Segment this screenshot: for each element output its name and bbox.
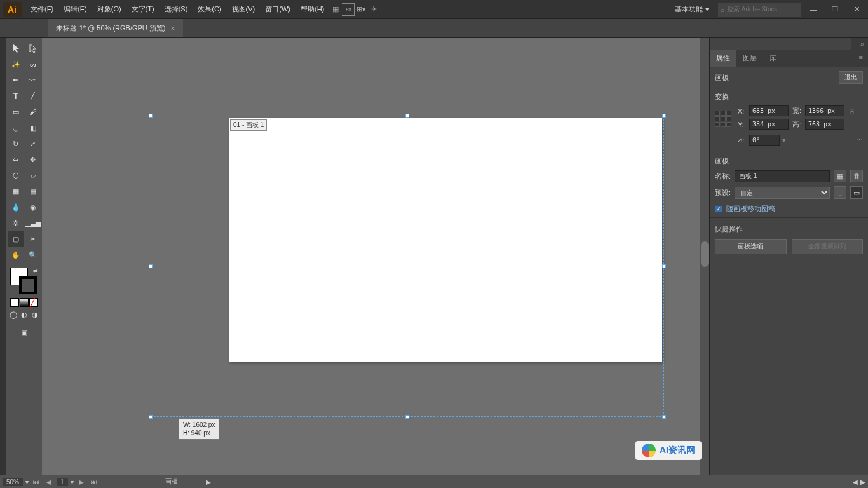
slice-tool[interactable]: ✂	[25, 231, 41, 247]
artboard-page-dropdown-icon[interactable]: ▾	[71, 478, 74, 485]
canvas[interactable]: 01 - 画板 1 W: 1602 px H: 940 px AI资讯网	[42, 38, 709, 475]
rectangle-tool[interactable]: ▭	[8, 104, 24, 119]
status-scroll-right[interactable]: ▶	[860, 478, 865, 485]
rearrange-all-button[interactable]: 全部重新排列	[792, 239, 864, 254]
menu-select[interactable]: 选择(S)	[159, 2, 193, 17]
free-transform-tool[interactable]: ✥	[25, 152, 41, 167]
hand-tool[interactable]: ✋	[8, 247, 24, 262]
draw-inside[interactable]: ◑	[30, 309, 40, 320]
rotate-tool[interactable]: ↻	[8, 136, 24, 151]
transform-more-icon[interactable]: ⋯	[856, 136, 863, 144]
arrange-docs-icon[interactable]: ⊞▾	[355, 3, 367, 16]
perspective-tool[interactable]: ▱	[25, 168, 41, 183]
zoom-tool[interactable]: 🔍	[25, 247, 41, 262]
tab-properties[interactable]: 属性	[710, 50, 736, 67]
handle-br[interactable]	[662, 415, 666, 419]
left-dock-strip[interactable]	[0, 38, 6, 475]
angle-input[interactable]	[749, 135, 780, 146]
stock-search[interactable]: ⌕	[718, 3, 801, 17]
paintbrush-tool[interactable]: 🖌	[25, 104, 41, 119]
handle-bm[interactable]	[405, 415, 409, 419]
eyedropper-tool[interactable]: 💧	[8, 200, 24, 215]
nav-prev[interactable]: ◀	[44, 477, 54, 486]
stroke-swatch[interactable]	[19, 276, 37, 294]
y-input[interactable]	[749, 119, 789, 130]
tab-layers[interactable]: 图层	[736, 50, 763, 67]
line-tool[interactable]: ╱	[25, 88, 41, 104]
artboard-page-field[interactable]: 1	[57, 478, 68, 486]
artboard-tool[interactable]: ▢	[8, 231, 24, 247]
panel-menu-icon[interactable]: ≡	[854, 50, 868, 67]
scale-tool[interactable]: ⤢	[25, 136, 41, 151]
gpu-icon[interactable]: ✈	[367, 3, 380, 16]
exit-artboard-button[interactable]: 退出	[839, 71, 863, 84]
artboard-name-input[interactable]	[735, 170, 830, 182]
zoom-field[interactable]: 50%	[3, 478, 23, 486]
gradient-tool[interactable]: ▤	[25, 184, 41, 199]
document-tab[interactable]: 未标题-1* @ 50% (RGB/GPU 预览) ×	[48, 19, 183, 37]
handle-tr[interactable]	[662, 114, 666, 118]
window-close[interactable]: ✕	[848, 3, 865, 17]
draw-normal[interactable]: ◯	[8, 309, 18, 320]
color-mode-none[interactable]: ╱	[29, 298, 38, 307]
curvature-tool[interactable]: 〰	[25, 72, 41, 88]
orientation-landscape[interactable]: ▭	[850, 186, 863, 199]
handle-ml[interactable]	[149, 264, 153, 268]
artboard-delete-icon[interactable]: 🗑	[850, 170, 863, 182]
symbol-sprayer-tool[interactable]: ✲	[8, 215, 24, 231]
reference-point-grid[interactable]	[715, 111, 731, 127]
height-input[interactable]	[805, 119, 844, 130]
menu-file[interactable]: 文件(F)	[25, 2, 58, 17]
window-minimize[interactable]: —	[804, 3, 822, 17]
direct-selection-tool[interactable]	[25, 41, 41, 56]
panel-collapse-icon[interactable]: »	[851, 38, 868, 50]
angle-dropdown-icon[interactable]: ▾	[782, 136, 786, 144]
handle-mr[interactable]	[662, 264, 666, 268]
nav-next[interactable]: ▶	[76, 477, 86, 486]
draw-behind[interactable]: ◐	[19, 309, 29, 320]
pen-tool[interactable]: ✒	[8, 72, 24, 88]
handle-bl[interactable]	[149, 415, 153, 419]
menu-help[interactable]: 帮助(H)	[295, 2, 329, 17]
artboard-options-button[interactable]: 画板选项	[715, 239, 787, 254]
screen-mode-tool[interactable]: ▣	[16, 325, 32, 340]
tab-close-icon[interactable]: ×	[171, 24, 175, 33]
shape-builder-tool[interactable]: ⬡	[8, 168, 24, 183]
canvas-vertical-scrollbar[interactable]	[700, 38, 709, 475]
zoom-dropdown-icon[interactable]: ▾	[25, 478, 29, 485]
magic-wand-tool[interactable]: ✨	[8, 57, 24, 72]
status-play-icon[interactable]: ▶	[206, 478, 211, 485]
handle-tl[interactable]	[149, 114, 153, 118]
menu-type[interactable]: 文字(T)	[126, 2, 159, 17]
blend-tool[interactable]: ◉	[25, 200, 41, 215]
type-tool[interactable]: T	[8, 88, 24, 104]
menu-effect[interactable]: 效果(C)	[193, 2, 226, 17]
selection-tool[interactable]	[8, 41, 24, 56]
menu-object[interactable]: 对象(O)	[92, 2, 126, 17]
stock-icon[interactable]: St	[342, 3, 355, 16]
menu-edit[interactable]: 编辑(E)	[58, 2, 92, 17]
orientation-portrait[interactable]: ▯	[834, 186, 846, 199]
link-wh-icon[interactable]: ⎘	[850, 107, 854, 115]
mesh-tool[interactable]: ▦	[8, 184, 24, 199]
nav-first[interactable]: ⏮	[31, 477, 41, 486]
width-tool[interactable]: ⇔	[8, 152, 24, 167]
menu-window[interactable]: 窗口(W)	[260, 2, 295, 17]
shaper-tool[interactable]: ◡	[8, 120, 24, 135]
lasso-tool[interactable]: ᔕ	[25, 57, 41, 72]
tab-libraries[interactable]: 库	[763, 50, 783, 67]
artboard-label[interactable]: 01 - 画板 1	[230, 119, 267, 131]
stock-search-input[interactable]	[727, 6, 798, 13]
bridge-icon[interactable]: ▦	[329, 3, 342, 16]
color-mode-gradient[interactable]	[20, 298, 29, 307]
window-maximize[interactable]: ❐	[826, 3, 844, 17]
handle-tm[interactable]	[405, 114, 409, 118]
x-input[interactable]	[749, 105, 789, 116]
scrollbar-thumb[interactable]	[701, 241, 709, 267]
status-scroll-left[interactable]: ◀	[853, 478, 858, 485]
fill-stroke-control[interactable]: ⇄	[10, 268, 38, 295]
swap-fill-stroke-icon[interactable]: ⇄	[33, 268, 38, 274]
width-input[interactable]	[805, 105, 844, 116]
column-graph-tool[interactable]: ▁▃▅	[25, 215, 41, 231]
workspace-dropdown[interactable]: 基本功能▾	[670, 2, 714, 17]
